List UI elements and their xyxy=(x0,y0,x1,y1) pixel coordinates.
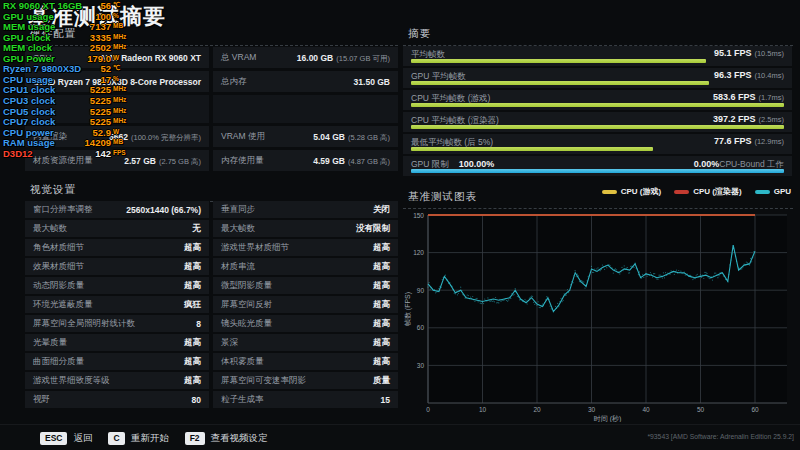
stat-frametime: (12.9ms) xyxy=(754,137,784,146)
osd-value: 2502 xyxy=(90,43,111,53)
setting-value: 关闭 xyxy=(373,204,390,216)
stat-value: 397.2 FPS(2.5ms) xyxy=(713,114,784,124)
setting-row: 最大帧数无最大帧数没有限制 xyxy=(25,220,398,237)
setting-cell: 材质串流超高 xyxy=(213,258,398,275)
setting-label: 镜头眩光质量 xyxy=(221,318,272,330)
osd-label: CPU7 clock xyxy=(3,116,55,127)
setting-label: 窗口分辨率调整 xyxy=(33,204,93,216)
setting-label: 曲面细分质量 xyxy=(33,356,84,368)
setting-row: 环境光遮蔽质量疯狂屏幕空间反射超高 xyxy=(25,296,398,313)
osd-value: 52 xyxy=(100,64,111,74)
setting-cell: 微型阴影质量超高 xyxy=(213,277,398,294)
osd-unit: MB xyxy=(113,21,123,31)
key-hint-c[interactable]: C重新开始 xyxy=(108,432,168,445)
gpu-bound-bar xyxy=(411,169,784,173)
cpu-bound-value: 0.00% xyxy=(694,159,720,169)
stat-row: CPU 平均帧数 (游戏)583.6 FPS(1.7ms) xyxy=(403,90,792,110)
setting-value: 超高 xyxy=(184,356,201,368)
osd-unit: W xyxy=(113,53,119,63)
key-hint-label: 重新开始 xyxy=(131,432,169,445)
setting-value: 超高 xyxy=(184,261,201,273)
osd-label: CPU3 clock xyxy=(3,95,55,106)
setting-label: 视野 xyxy=(33,394,50,406)
osd-value: 3335 xyxy=(90,33,111,43)
benchmark-results-screen: 基准测试摘要 硬件配置 GPUAMD Radeon RX 9060 XT总 VR… xyxy=(0,0,800,450)
setting-value: 疯狂 xyxy=(184,299,201,311)
legend-label: CPU (游戏) xyxy=(621,186,661,197)
osd-value: 5225 xyxy=(90,117,111,127)
stat-bar xyxy=(411,125,784,129)
osd-label: D3D12 xyxy=(3,148,33,159)
setting-cell: 体积雾质量超高 xyxy=(213,353,398,370)
osd-label: Ryzen 7 9800X3D xyxy=(3,63,81,74)
hardware-cell: 总 VRAM16.00 GB(15.07 GB 可用) xyxy=(213,47,398,68)
hardware-cell-value: 31.50 GB xyxy=(354,77,390,87)
stat-frametime: (1.7ms) xyxy=(759,93,784,102)
osd-label: CPU usage xyxy=(3,74,53,85)
setting-value: 超高 xyxy=(373,242,390,254)
keycap-esc: ESC xyxy=(40,432,67,445)
hardware-cell-note: (2.75 GB 高) xyxy=(159,156,201,165)
setting-cell: 最大帧数无 xyxy=(25,220,209,237)
setting-value: 超高 xyxy=(373,337,390,349)
setting-label: 环境光遮蔽质量 xyxy=(33,299,93,311)
setting-cell: 曲面细分质量超高 xyxy=(25,353,209,370)
setting-value: 没有限制 xyxy=(356,223,390,235)
key-hint-esc[interactable]: ESC返回 xyxy=(40,432,92,445)
hardware-cell-value: 4.59 GB(4.87 GB 高) xyxy=(313,155,390,166)
legend-item: CPU (渲染器) xyxy=(674,186,741,197)
benchmark-chart: 3060901201500102030405060时间 (秒)帧数 (FPS) xyxy=(403,202,795,422)
osd-label: CPU1 clock xyxy=(3,84,55,95)
key-hint-f2[interactable]: F2查看视频设定 xyxy=(185,432,268,445)
keycap-f2: F2 xyxy=(185,432,205,445)
legend-swatch xyxy=(602,190,617,194)
osd-label: RX 9060 XT 16GB xyxy=(3,0,82,11)
key-hint-label: 返回 xyxy=(73,432,92,445)
setting-row: 屏幕空间全局照明射线计数8镜头眩光质量超高 xyxy=(25,315,398,332)
chart-legend: CPU (游戏)CPU (渲染器)GPU xyxy=(602,186,791,197)
svg-text:60: 60 xyxy=(751,406,759,413)
hardware-cell-note: (15.07 GB 可用) xyxy=(336,53,390,62)
stat-bar xyxy=(411,103,784,107)
driver-watermark: *93543 [AMD Software: Adrenalin Edition … xyxy=(647,433,794,440)
stat-row: CPU 平均帧数 (渲染器)397.2 FPS(2.5ms) xyxy=(403,112,792,132)
legend-item: CPU (游戏) xyxy=(602,186,661,197)
stat-bar xyxy=(411,59,706,63)
svg-text:50: 50 xyxy=(697,406,705,413)
setting-label: 粒子生成率 xyxy=(221,394,264,406)
bottom-bar: ESC返回C重新开始F2查看视频设定 *93543 [AMD Software:… xyxy=(0,424,800,450)
osd-unit: MHz xyxy=(113,84,126,94)
osd-unit: MB xyxy=(113,137,123,147)
setting-value: 超高 xyxy=(373,261,390,273)
setting-cell: 屏幕空间全局照明射线计数8 xyxy=(25,315,209,332)
setting-label: 垂直同步 xyxy=(221,204,255,216)
svg-text:120: 120 xyxy=(413,249,424,256)
setting-label: 游戏世界细致度等级 xyxy=(33,375,110,387)
legend-label: GPU xyxy=(774,187,791,196)
stat-value: 96.3 FPS(10.4ms) xyxy=(714,70,784,80)
hardware-cell: 总内存31.50 GB xyxy=(213,71,398,92)
hardware-cell-note: (5.28 GB 高) xyxy=(348,132,390,141)
legend-swatch xyxy=(674,190,689,194)
osd-unit: FPS xyxy=(113,148,126,158)
legend-swatch xyxy=(755,190,770,194)
setting-label: 屏幕空间反射 xyxy=(221,299,272,311)
hardware-cell-label: 内存使用量 xyxy=(221,155,264,167)
setting-label: 屏幕空间可变速率阴影 xyxy=(221,375,306,387)
stat-value: 95.1 FPS(10.5ms) xyxy=(714,48,784,58)
setting-value: 超高 xyxy=(373,280,390,292)
stat-frametime: (10.5ms) xyxy=(754,49,784,58)
setting-label: 微型阴影质量 xyxy=(221,280,272,292)
osd-label: MEM clock xyxy=(3,42,52,53)
osd-label: GPU Power xyxy=(3,53,55,64)
osd-value: 17 xyxy=(100,75,111,85)
keycap-c: C xyxy=(108,432,124,445)
hardware-cell-note: (4.87 GB 高) xyxy=(348,156,390,165)
osd-value: 52.9 xyxy=(93,128,112,138)
setting-value: 超高 xyxy=(184,242,201,254)
gpu-bound-row: GPU 限制100.00%0.00%CPU-Bound 工作 xyxy=(403,156,792,176)
svg-text:20: 20 xyxy=(533,406,541,413)
setting-label: 材质串流 xyxy=(221,261,255,273)
setting-cell: 景深超高 xyxy=(213,334,398,351)
setting-value: 超高 xyxy=(373,356,390,368)
